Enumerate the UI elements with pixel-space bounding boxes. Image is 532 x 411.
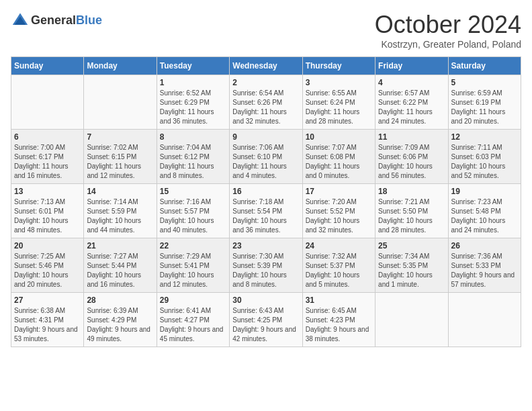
day-number: 31 — [306, 295, 372, 305]
day-info: Sunrise: 6:43 AM Sunset: 4:25 PM Dayligh… — [232, 306, 299, 344]
day-info: Sunrise: 6:54 AM Sunset: 6:26 PM Dayligh… — [232, 89, 299, 126]
day-info: Sunrise: 7:29 AM Sunset: 5:41 PM Dayligh… — [160, 252, 226, 289]
week-row-4: 20Sunrise: 7:25 AM Sunset: 5:46 PM Dayli… — [11, 238, 521, 293]
week-row-2: 6Sunrise: 7:00 AM Sunset: 6:17 PM Daylig… — [11, 130, 521, 184]
day-info: Sunrise: 7:00 AM Sunset: 6:17 PM Dayligh… — [14, 143, 81, 181]
day-number: 17 — [306, 187, 372, 196]
day-number: 30 — [232, 295, 299, 305]
day-number: 23 — [232, 241, 299, 250]
calendar-cell: 24Sunrise: 7:32 AM Sunset: 5:37 PM Dayli… — [302, 238, 375, 293]
calendar-cell — [375, 293, 448, 347]
day-info: Sunrise: 7:04 AM Sunset: 6:12 PM Dayligh… — [160, 143, 226, 181]
day-info: Sunrise: 7:25 AM Sunset: 5:46 PM Dayligh… — [14, 252, 81, 289]
day-info: Sunrise: 7:34 AM Sunset: 5:35 PM Dayligh… — [378, 252, 445, 289]
day-info: Sunrise: 6:52 AM Sunset: 6:29 PM Dayligh… — [160, 89, 226, 126]
calendar-cell: 17Sunrise: 7:20 AM Sunset: 5:52 PM Dayli… — [302, 184, 375, 238]
calendar-cell: 29Sunrise: 6:41 AM Sunset: 4:27 PM Dayli… — [157, 293, 229, 347]
calendar-cell: 25Sunrise: 7:34 AM Sunset: 5:35 PM Dayli… — [375, 238, 448, 293]
day-number: 9 — [232, 132, 299, 142]
week-row-1: 1Sunrise: 6:52 AM Sunset: 6:29 PM Daylig… — [11, 75, 521, 130]
calendar-header: SundayMondayTuesdayWednesdayThursdayFrid… — [11, 57, 521, 75]
calendar-cell: 30Sunrise: 6:43 AM Sunset: 4:25 PM Dayli… — [230, 293, 302, 347]
calendar-cell: 12Sunrise: 7:11 AM Sunset: 6:03 PM Dayli… — [448, 130, 521, 184]
header-day-tuesday: Tuesday — [157, 57, 229, 75]
header-day-wednesday: Wednesday — [230, 57, 302, 75]
calendar-cell: 4Sunrise: 6:57 AM Sunset: 6:22 PM Daylig… — [375, 75, 448, 130]
day-number: 13 — [14, 187, 81, 196]
calendar-cell: 31Sunrise: 6:45 AM Sunset: 4:23 PM Dayli… — [302, 293, 375, 347]
day-number: 15 — [160, 187, 226, 196]
day-info: Sunrise: 7:21 AM Sunset: 5:50 PM Dayligh… — [378, 197, 445, 235]
day-number: 19 — [451, 187, 518, 196]
day-number: 18 — [378, 187, 445, 196]
day-number: 26 — [451, 241, 518, 250]
calendar-cell: 10Sunrise: 7:07 AM Sunset: 6:08 PM Dayli… — [302, 130, 375, 184]
calendar-cell: 15Sunrise: 7:16 AM Sunset: 5:57 PM Dayli… — [157, 184, 229, 238]
header-row: SundayMondayTuesdayWednesdayThursdayFrid… — [11, 57, 521, 75]
header-day-thursday: Thursday — [302, 57, 375, 75]
day-number: 10 — [306, 132, 372, 142]
day-info: Sunrise: 6:55 AM Sunset: 6:24 PM Dayligh… — [306, 89, 372, 126]
header-day-saturday: Saturday — [448, 57, 521, 75]
day-number: 4 — [378, 78, 445, 87]
week-row-5: 27Sunrise: 6:38 AM Sunset: 4:31 PM Dayli… — [11, 293, 521, 347]
week-row-3: 13Sunrise: 7:13 AM Sunset: 6:01 PM Dayli… — [11, 184, 521, 238]
day-info: Sunrise: 7:27 AM Sunset: 5:44 PM Dayligh… — [87, 252, 153, 289]
calendar-cell: 19Sunrise: 7:23 AM Sunset: 5:48 PM Dayli… — [448, 184, 521, 238]
calendar-cell — [11, 75, 84, 130]
header-day-friday: Friday — [375, 57, 448, 75]
calendar-cell: 23Sunrise: 7:30 AM Sunset: 5:39 PM Dayli… — [230, 238, 302, 293]
day-info: Sunrise: 7:06 AM Sunset: 6:10 PM Dayligh… — [232, 143, 299, 181]
day-number: 28 — [87, 295, 153, 305]
calendar-cell: 11Sunrise: 7:09 AM Sunset: 6:06 PM Dayli… — [375, 130, 448, 184]
calendar-cell: 21Sunrise: 7:27 AM Sunset: 5:44 PM Dayli… — [84, 238, 157, 293]
day-info: Sunrise: 7:36 AM Sunset: 5:33 PM Dayligh… — [451, 252, 518, 289]
day-number: 25 — [378, 241, 445, 250]
calendar-cell: 5Sunrise: 6:59 AM Sunset: 6:19 PM Daylig… — [448, 75, 521, 130]
day-info: Sunrise: 7:14 AM Sunset: 5:59 PM Dayligh… — [87, 197, 153, 235]
calendar-cell: 8Sunrise: 7:04 AM Sunset: 6:12 PM Daylig… — [157, 130, 229, 184]
day-number: 5 — [451, 78, 518, 87]
calendar-cell: 28Sunrise: 6:39 AM Sunset: 4:29 PM Dayli… — [84, 293, 157, 347]
day-number: 2 — [232, 78, 299, 87]
day-number: 8 — [160, 132, 226, 142]
day-info: Sunrise: 7:13 AM Sunset: 6:01 PM Dayligh… — [14, 197, 81, 235]
day-info: Sunrise: 7:32 AM Sunset: 5:37 PM Dayligh… — [306, 252, 372, 289]
day-number: 22 — [160, 241, 226, 250]
calendar-cell: 13Sunrise: 7:13 AM Sunset: 6:01 PM Dayli… — [11, 184, 84, 238]
day-number: 3 — [306, 78, 372, 87]
day-info: Sunrise: 7:09 AM Sunset: 6:06 PM Dayligh… — [378, 143, 445, 181]
day-number: 27 — [14, 295, 81, 305]
calendar-cell: 16Sunrise: 7:18 AM Sunset: 5:54 PM Dayli… — [230, 184, 302, 238]
title-area: October 2024 Kostrzyn, Greater Poland, P… — [375, 11, 521, 50]
calendar-cell: 26Sunrise: 7:36 AM Sunset: 5:33 PM Dayli… — [448, 238, 521, 293]
calendar-cell: 22Sunrise: 7:29 AM Sunset: 5:41 PM Dayli… — [157, 238, 229, 293]
day-info: Sunrise: 6:38 AM Sunset: 4:31 PM Dayligh… — [14, 306, 81, 344]
header-day-sunday: Sunday — [11, 57, 84, 75]
day-info: Sunrise: 7:11 AM Sunset: 6:03 PM Dayligh… — [451, 143, 518, 181]
calendar-cell: 7Sunrise: 7:02 AM Sunset: 6:15 PM Daylig… — [84, 130, 157, 184]
day-number: 24 — [306, 241, 372, 250]
logo-general: General — [31, 13, 76, 27]
day-info: Sunrise: 6:39 AM Sunset: 4:29 PM Dayligh… — [87, 306, 153, 344]
day-info: Sunrise: 6:59 AM Sunset: 6:19 PM Dayligh… — [451, 89, 518, 126]
day-number: 1 — [160, 78, 226, 87]
header-day-monday: Monday — [84, 57, 157, 75]
calendar-cell: 3Sunrise: 6:55 AM Sunset: 6:24 PM Daylig… — [302, 75, 375, 130]
calendar-cell: 1Sunrise: 6:52 AM Sunset: 6:29 PM Daylig… — [157, 75, 229, 130]
calendar-cell: 6Sunrise: 7:00 AM Sunset: 6:17 PM Daylig… — [11, 130, 84, 184]
day-number: 11 — [378, 132, 445, 142]
calendar-table: SundayMondayTuesdayWednesdayThursdayFrid… — [11, 56, 521, 347]
calendar-cell: 2Sunrise: 6:54 AM Sunset: 6:26 PM Daylig… — [230, 75, 302, 130]
day-number: 21 — [87, 241, 153, 250]
calendar-body: 1Sunrise: 6:52 AM Sunset: 6:29 PM Daylig… — [11, 75, 521, 347]
day-info: Sunrise: 7:23 AM Sunset: 5:48 PM Dayligh… — [451, 197, 518, 235]
day-info: Sunrise: 7:20 AM Sunset: 5:52 PM Dayligh… — [306, 197, 372, 235]
day-number: 16 — [232, 187, 299, 196]
calendar-cell: 27Sunrise: 6:38 AM Sunset: 4:31 PM Dayli… — [11, 293, 84, 347]
day-info: Sunrise: 6:57 AM Sunset: 6:22 PM Dayligh… — [378, 89, 445, 126]
day-info: Sunrise: 6:45 AM Sunset: 4:23 PM Dayligh… — [306, 306, 372, 344]
day-info: Sunrise: 7:02 AM Sunset: 6:15 PM Dayligh… — [87, 143, 153, 181]
day-info: Sunrise: 7:16 AM Sunset: 5:57 PM Dayligh… — [160, 197, 226, 235]
logo-blue: Blue — [76, 13, 102, 27]
